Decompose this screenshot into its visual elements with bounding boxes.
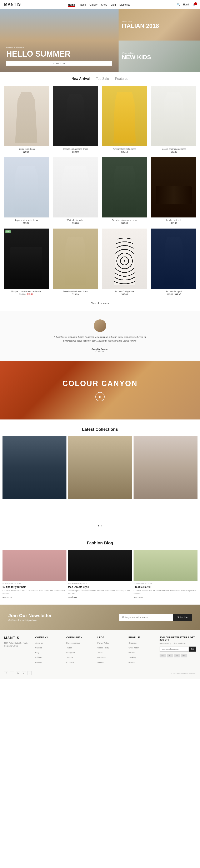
hero-right-bottom[interactable]: W'kids fashion NEW KIDS [119,40,200,72]
signin-link[interactable]: Sign in [183,3,190,6]
product-card[interactable]: Tassels embroidered dress $59.00 [51,84,100,155]
list-item[interactable]: Privacy Policy [97,641,124,645]
product-card[interactable]: Tassels embroidered dress $40.00 [100,155,149,226]
list-item[interactable]: Blog [35,650,62,654]
nav-item-gallery[interactable]: Gallery [90,3,97,6]
collection-item-1[interactable] [2,436,67,521]
product-card[interactable]: Product Configurable $60.00 [100,226,149,298]
newsletter-form: Subscribe [119,614,192,621]
hero-section: #woman #hellsummer HELLO SUMMER SHOP NOW… [0,9,200,72]
product-card[interactable]: White denim jacket $90.00 [51,155,100,226]
newsletter-title: Join Our Newsletter [8,613,52,618]
view-all-section: View all products [0,298,200,311]
footer-top: MANTIS 5887 Fallon Suite 154 North Heloi… [4,636,196,669]
product-name: Leather suit belt [151,219,196,221]
twitter-icon[interactable]: t [10,671,14,675]
nav-item-home[interactable]: Home [68,3,75,6]
list-item[interactable]: Returns [128,660,155,664]
list-item[interactable]: Instagram [66,650,93,654]
list-item[interactable]: Wishlist [128,650,155,654]
list-item[interactable]: Careers [35,646,62,649]
footer-go-button[interactable]: GO [189,647,196,652]
product-card[interactable]: Tassels embroidered dress $23.99 [51,226,100,298]
tab-new-arrival[interactable]: New Arrival [72,77,90,81]
collection-item-2[interactable] [68,436,132,521]
list-item[interactable]: About us [35,641,62,645]
list-item[interactable]: Order history [128,646,155,649]
dot-2[interactable] [101,525,102,526]
blog-grid: NOVEMBER 10, 2018 10 tips for your hair … [0,550,200,604]
blog-image-3 [133,550,198,581]
footer-newsletter-title: JOIN OUR NEWSLETTER & GET 20% OFF [160,636,196,641]
hero-shop-button[interactable]: SHOP NOW [6,61,112,66]
nav-item-pages[interactable]: Pages [79,3,86,6]
instagram-icon[interactable]: in [16,671,20,675]
payment-cards: VISA MC PP AMX [160,654,196,657]
carousel-dots [0,521,200,533]
brand-logo[interactable]: MANTIS [4,2,21,7]
blog-card-2[interactable]: NOVEMBER 10, 2018 Men Streets Style Cura… [68,550,132,598]
nav-item-elements[interactable]: Elements [120,3,130,6]
list-item[interactable]: Affiliates [35,655,62,659]
tab-top-sale[interactable]: Top Sale [96,77,109,81]
newsletter-subscribe-button[interactable]: Subscribe [173,614,192,621]
dot-1[interactable] [98,525,99,526]
cart-icon[interactable]: 🛒 1 [193,3,196,6]
product-name: Printed long dress [4,148,49,150]
nav-item-shop[interactable]: Shop [101,3,107,6]
newsletter-email-input[interactable] [119,614,173,621]
footer-col-newsletter: JOIN OUR NEWSLETTER & GET 20% OFF Get 20… [160,636,196,665]
footer-legal-heading: LEGAL [97,636,124,639]
tab-featured[interactable]: Featured [115,77,128,81]
list-item[interactable]: Facebook group [66,641,93,645]
list-item[interactable]: Youtube [66,655,93,659]
product-price: $18.99 [151,222,196,224]
product-image [4,157,49,217]
product-card[interactable]: Leather suit belt $18.99 [149,155,198,226]
search-icon[interactable]: 🔍 [177,3,180,6]
product-card[interactable]: sale Multiple compartment cardholder $35… [2,226,51,298]
footer-company-heading: COMPANY [35,636,62,639]
product-card[interactable]: Asymmetrical satin dress $95.50 [100,84,149,155]
list-item[interactable]: Disclaimer [97,655,124,659]
blog-title-3: Freddie Harrel [133,586,198,588]
product-price: $60.00 [102,293,147,296]
product-card[interactable]: Printed long dress $29.00 [2,84,51,155]
product-price: $23.99 $99.97 [151,293,196,296]
list-item[interactable]: Support [97,660,124,664]
list-item[interactable]: Contact [35,660,62,664]
youtube-icon[interactable]: yt [22,671,26,675]
product-card[interactable]: Asymmetrical satin dress $29.00 [2,155,51,226]
list-item[interactable]: Twitter [66,646,93,649]
blog-read-more-3[interactable]: Read more [133,596,198,598]
blog-card-1[interactable]: NOVEMBER 10, 2018 10 tips for your hair … [2,550,67,598]
product-card[interactable]: Product Grouped $23.99 $99.97 [149,226,198,298]
list-item[interactable]: Checkout [128,641,155,645]
product-card[interactable]: Tassels embroidered dress $29.00 [149,84,198,155]
nav-icons: 🔍 Sign in 🛒 1 [177,3,196,6]
blog-card-3[interactable]: NOVEMBER 10, 2018 Freddie Harrel Curabit… [133,550,198,598]
list-item[interactable]: Terms [97,650,124,654]
pinterest-icon[interactable]: p [28,671,32,675]
hero-right-top[interactable]: Winter Style ITALIAN 2018 [119,9,200,40]
footer-email-input[interactable] [160,647,189,652]
play-button[interactable] [95,392,105,401]
testimonial-role: Customer [4,350,196,353]
product-name: White denim jacket [53,219,98,221]
footer-col-brand: MANTIS 5887 Fallon Suite 154 North Heloi… [4,636,31,665]
view-all-link[interactable]: View all products [91,302,109,304]
blog-read-more-1[interactable]: Read more [2,596,67,598]
list-item[interactable]: Pinterest [66,660,93,664]
cart-badge: 1 [194,2,197,5]
list-item[interactable]: Cookie Policy [97,646,124,649]
product-name: Asymmetrical satin dress [102,148,147,150]
colour-canyon-title: COLOUR CANYON [63,379,138,388]
facebook-icon[interactable]: f [4,671,8,675]
collection-item-3[interactable] [133,436,198,521]
nav-item-blog[interactable]: Blog [111,3,116,6]
blog-read-more-2[interactable]: Read more [68,596,132,598]
product-price: $40.00 [102,222,147,224]
blog-image-2 [68,550,132,581]
hero-left[interactable]: #woman #hellsummer HELLO SUMMER SHOP NOW [0,9,119,72]
list-item[interactable]: Tracking [128,655,155,659]
